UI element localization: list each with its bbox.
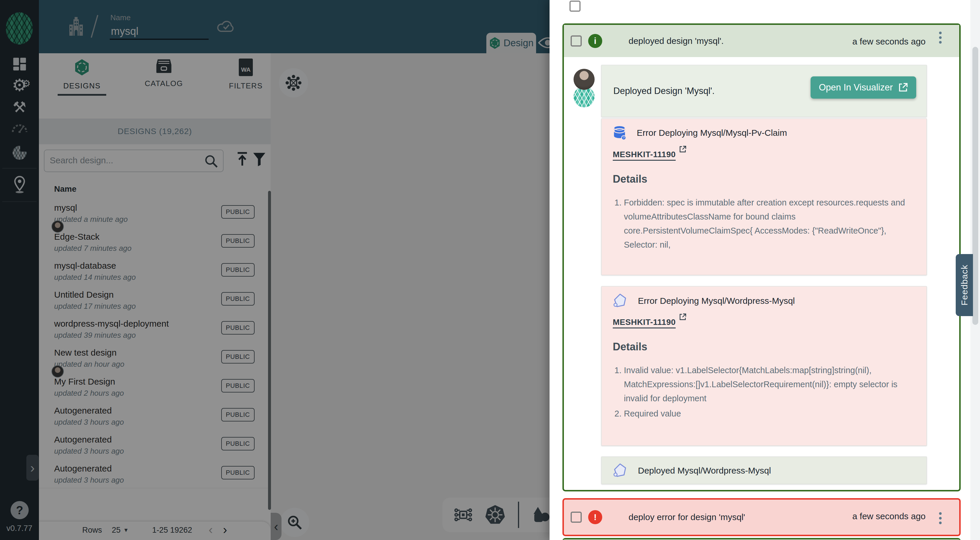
details-heading: Details	[613, 173, 647, 185]
database-icon: ?	[613, 125, 626, 140]
user-avatar	[574, 69, 595, 90]
svg-text:?: ?	[623, 136, 625, 140]
meshkit-link-wrap: MESHKIT-11190	[613, 317, 685, 327]
kebab-menu-icon[interactable]	[937, 30, 943, 46]
error-detail-item: Invalid value: v1.LabelSelector{MatchLab…	[624, 363, 920, 405]
deployment-icon	[613, 293, 627, 309]
deployed-design-section: Deployed Design 'Mysql'. Open In Visuali…	[601, 65, 927, 117]
notification-checkbox[interactable]	[571, 35, 582, 46]
error-details-list: Forbidden: spec is immutable after creat…	[613, 196, 920, 253]
feedback-tab[interactable]: Feedback	[956, 254, 973, 316]
kebab-menu-icon[interactable]	[937, 510, 943, 526]
external-link-icon	[679, 313, 687, 321]
notification-card-error[interactable]: ! deploy error for design 'mysql' a few …	[562, 498, 961, 536]
error-exclamation-icon: !	[588, 510, 602, 524]
feedback-label: Feedback	[959, 264, 969, 306]
drawer-scrollbar-thumb[interactable]	[972, 47, 978, 325]
open-in-visualizer-button[interactable]: Open In Visualizer	[811, 76, 916, 99]
notification-drawer: i deployed design 'mysql'. a few seconds…	[550, 0, 980, 540]
notification-header: ! deploy error for design 'mysql' a few …	[564, 500, 959, 535]
details-heading: Details	[613, 341, 647, 353]
notification-card-success: i deployed design 'mysql'. a few seconds…	[562, 24, 961, 491]
deployed-success-text: Deployed Mysql/Wordpress-Mysql	[638, 466, 771, 476]
meshkit-error-link[interactable]: MESHKIT-11190	[613, 150, 676, 161]
notification-checkbox[interactable]	[571, 511, 582, 523]
meshery-app: Name Design ⚙⚙ ⚒	[0, 0, 980, 540]
error-title: Error Deploying Mysql/Wordpress-Mysql	[638, 296, 795, 306]
notification-title: deployed design 'mysql'.	[628, 36, 724, 46]
deployed-design-text: Deployed Design 'Mysql'.	[613, 86, 714, 96]
notification-title: deploy error for design 'mysql'	[628, 512, 745, 522]
notification-timestamp: a few seconds ago	[853, 511, 926, 521]
meshkit-error-link[interactable]: MESHKIT-11190	[613, 317, 676, 328]
error-details-list: Invalid value: v1.LabelSelector{MatchLab…	[613, 363, 920, 422]
notification-timestamp: a few seconds ago	[853, 37, 926, 46]
meshkit-link-wrap: MESHKIT-11190	[613, 150, 685, 159]
notification-header[interactable]: i deployed design 'mysql'. a few seconds…	[564, 25, 959, 57]
external-link-icon	[898, 83, 908, 92]
external-link-icon	[679, 145, 687, 153]
error-section-pv-claim: ? Error Deploying Mysql/Mysql-Pv-Claim M…	[601, 118, 927, 275]
info-icon: i	[588, 34, 602, 48]
select-all-checkbox[interactable]	[570, 1, 581, 12]
deployed-success-section: Deployed Mysql/Wordpress-Mysql	[601, 457, 927, 484]
error-detail-item: Forbidden: spec is immutable after creat…	[624, 196, 920, 252]
dim-overlay	[0, 0, 550, 540]
deployment-icon	[613, 463, 627, 478]
error-title: Error Deploying Mysql/Mysql-Pv-Claim	[637, 128, 787, 138]
open-in-visualizer-label: Open In Visualizer	[819, 82, 893, 93]
error-detail-item: Required value	[624, 406, 920, 421]
next-notification-card-edge	[562, 538, 961, 540]
error-section-wordpress-mysql: Error Deploying Mysql/Wordpress-Mysql ME…	[601, 286, 927, 446]
